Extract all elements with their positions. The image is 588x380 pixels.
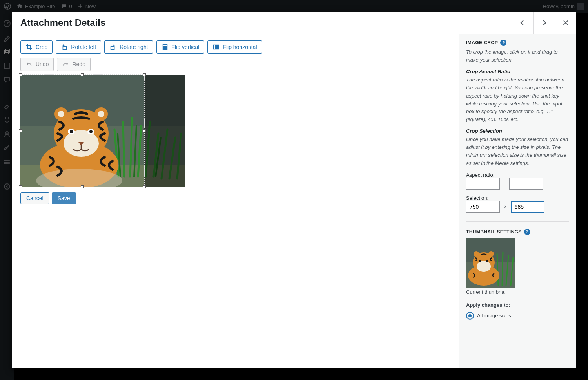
selection-heading: Crop Selection [466, 128, 569, 134]
rotate-right-button[interactable]: Rotate right [104, 40, 153, 54]
crop-icon [25, 43, 33, 51]
aspect-width-input[interactable] [466, 178, 500, 190]
svg-rect-10 [63, 46, 67, 49]
selection-height-input[interactable] [511, 201, 544, 213]
rotate-right-label: Rotate right [120, 44, 148, 50]
flip-vertical-button[interactable]: Flip vertical [156, 40, 205, 54]
crop-shade [144, 75, 185, 187]
crop-label: Crop [36, 44, 47, 50]
svg-rect-12 [163, 45, 167, 47]
radio-icon [466, 312, 474, 320]
modal-title: Attachment Details [20, 17, 105, 28]
save-button[interactable]: Save [52, 192, 76, 204]
redo-label: Redo [72, 62, 85, 67]
aspect-heading: Crop Aspect Ratio [466, 69, 569, 74]
rotate-right-icon [109, 43, 116, 51]
svg-point-38 [479, 260, 481, 262]
svg-rect-14 [214, 45, 216, 49]
apply-to-label: Apply changes to: [466, 302, 569, 308]
image-crop-heading: IMAGE CROP [466, 40, 498, 45]
radio-all-label: All image sizes [477, 313, 511, 318]
next-attachment-button[interactable] [533, 12, 555, 34]
crop-selection[interactable] [20, 75, 144, 187]
rotate-left-label: Rotate left [71, 44, 96, 50]
thumbnail-heading: THUMBNAIL SETTINGS [466, 229, 522, 235]
prev-attachment-button[interactable] [512, 12, 533, 34]
svg-point-36 [474, 251, 479, 257]
crop-handle-se[interactable] [143, 185, 146, 188]
selection-width-input[interactable] [466, 201, 500, 213]
undo-button: Undo [20, 58, 54, 71]
crop-handle-ne[interactable] [143, 73, 146, 76]
help-icon[interactable]: ? [524, 229, 530, 235]
redo-icon [62, 61, 69, 68]
crop-handle-n[interactable] [81, 73, 84, 76]
aspect-ratio-label: Aspect ratio: [466, 172, 569, 178]
undo-label: Undo [36, 62, 49, 67]
aspect-sep: : [504, 181, 505, 186]
apply-all-sizes-radio[interactable]: All image sizes [466, 312, 569, 320]
crop-intro: To crop the image, click on it and drag … [466, 48, 569, 64]
rotate-left-button[interactable]: Rotate left [56, 40, 101, 54]
rotate-left-icon [61, 43, 68, 51]
close-button[interactable] [555, 12, 576, 34]
crop-handle-e[interactable] [143, 129, 146, 132]
crop-handle-nw[interactable] [19, 73, 22, 76]
flip-horizontal-button[interactable]: Flip horizontal [207, 40, 262, 54]
crop-button[interactable]: Crop [20, 40, 53, 54]
selection-sep: × [504, 204, 507, 210]
selection-label: Selection: [466, 195, 569, 201]
selection-text: Once you have made your selection, you c… [466, 136, 569, 167]
current-thumbnail-label: Current thumbnail [466, 289, 569, 295]
svg-rect-15 [217, 45, 219, 49]
svg-rect-13 [163, 48, 167, 50]
flip-vertical-label: Flip vertical [172, 44, 200, 50]
crop-handle-w[interactable] [19, 129, 22, 132]
cancel-button[interactable]: Cancel [20, 192, 49, 204]
svg-point-37 [488, 251, 494, 257]
svg-point-39 [486, 260, 488, 262]
flip-horizontal-label: Flip horizontal [223, 44, 257, 50]
svg-point-35 [477, 261, 491, 272]
undo-icon [25, 61, 33, 68]
flip-vertical-icon [162, 43, 169, 51]
flip-horizontal-icon [212, 43, 220, 51]
help-icon[interactable]: ? [500, 40, 506, 46]
crop-handle-s[interactable] [81, 185, 84, 188]
aspect-height-input[interactable] [509, 178, 543, 190]
aspect-text: The aspect ratio is the relationship bet… [466, 76, 569, 123]
redo-button: Redo [57, 58, 90, 71]
modal-header: Attachment Details [12, 12, 576, 34]
image-crop-settings: IMAGE CROP? To crop the image, click on … [459, 34, 576, 368]
current-thumbnail [466, 238, 515, 288]
image-editor-pane: Crop Rotate left Rotate right Flip verti… [12, 34, 459, 368]
crop-handle-sw[interactable] [19, 185, 22, 188]
attachment-details-modal: Attachment Details Crop Rotate left Rota… [12, 12, 576, 368]
svg-rect-11 [111, 46, 114, 49]
crop-stage[interactable] [20, 75, 185, 187]
